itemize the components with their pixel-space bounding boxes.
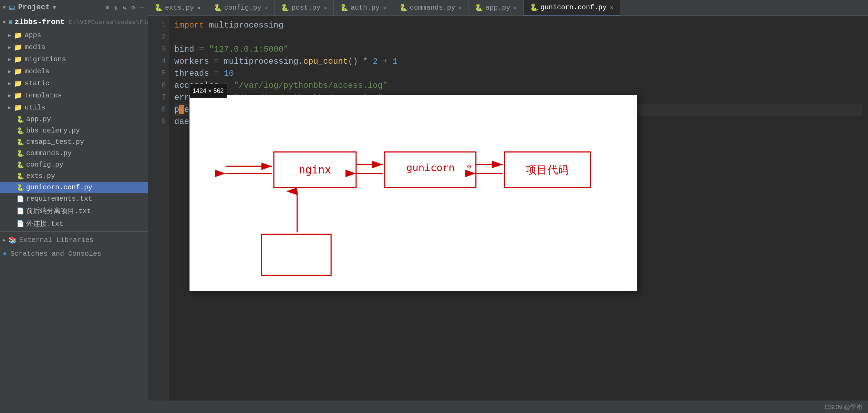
sidebar-item-templates[interactable]: 📁 templates: [0, 89, 148, 102]
token-1: 1: [393, 55, 397, 67]
sidebar-item-app-py[interactable]: 🐍 app.py: [0, 114, 148, 125]
models-chevron-icon: [8, 68, 11, 74]
sidebar-item-static[interactable]: 📁 static: [0, 77, 148, 89]
media-chevron-icon: [8, 44, 11, 50]
config-tab-icon: 🐍: [214, 3, 222, 12]
exts-icon: 🐍: [17, 172, 24, 180]
sidebar-item-apps[interactable]: 📁 apps: [0, 29, 148, 41]
sidebar-item-media[interactable]: 📁 media: [0, 41, 148, 53]
root-folder-icon: ■: [8, 18, 12, 26]
sidebar-item-requirements[interactable]: 📄 requirements.txt: [0, 193, 148, 204]
sidebar-item-cmsapi-test[interactable]: 🐍 cmsapi_test.py: [0, 136, 148, 148]
tree-separator-1: [0, 231, 148, 232]
sidebar-item-label-models: models: [24, 67, 49, 75]
app-tab-close-button[interactable]: ✕: [514, 4, 517, 11]
sidebar-item-utils[interactable]: 📁 utils: [0, 102, 148, 114]
sidebar-item-label-bbs-celery: bbs_celery.py: [26, 127, 80, 135]
media-folder-icon: 📁: [14, 43, 22, 52]
folder-icon: 🗂: [8, 3, 16, 12]
sidebar-item-models[interactable]: 📁 models: [0, 65, 148, 77]
config-tab-close-button[interactable]: ✕: [265, 4, 268, 11]
settings-button[interactable]: ⚙: [130, 3, 136, 12]
auth-tab-icon: 🐍: [340, 3, 349, 12]
code-line-3: bind = "127.0.0.1:5000": [174, 43, 862, 55]
project-code-label: 项目代码: [526, 164, 569, 176]
token-bind: bind: [174, 43, 194, 55]
post-tab-close-button[interactable]: ✕: [324, 4, 327, 11]
sidebar-item-external-libraries[interactable]: 📚 External Libraries: [0, 233, 148, 247]
tab-commands-py[interactable]: 🐍 commands.py ✕: [393, 0, 469, 16]
line-numbers: 1 2 3 4 5 6 7 8 9: [148, 16, 169, 401]
static-chevron-icon: [8, 81, 11, 86]
popup-size-label: 1424 × 562: [190, 84, 227, 98]
app-tab-icon: 🐍: [475, 3, 483, 12]
token-preload: p: [174, 104, 179, 116]
root-chevron-icon: [3, 20, 6, 25]
commands-tab-label: commands.py: [410, 4, 455, 12]
tab-config-py[interactable]: 🐍 config.py ✕: [207, 0, 275, 16]
project-root[interactable]: ■ zlbbs-front E:\VIPCourse\codes\Flas: [0, 15, 148, 29]
exts-tab-label: exts.py: [165, 4, 194, 12]
sidebar-item-frontend-txt[interactable]: 📄 前后端分离项目.txt: [0, 204, 148, 217]
sidebar-item-commands[interactable]: 🐍 commands.py: [0, 148, 148, 159]
sidebar-item-config[interactable]: 🐍 config.py: [0, 159, 148, 170]
sidebar-item-migrations[interactable]: 📁 migrations: [0, 53, 148, 65]
app-py-icon: 🐍: [17, 116, 24, 123]
close-sidebar-button[interactable]: —: [138, 3, 145, 12]
commands-icon: 🐍: [17, 150, 24, 157]
commands-tab-close-button[interactable]: ✕: [459, 4, 462, 11]
sidebar-item-exts[interactable]: 🐍 exts.py: [0, 170, 148, 182]
sidebar-item-label-external-link: 外连接.txt: [26, 219, 63, 228]
sidebar-item-label-scratches: Scratches and Consoles: [10, 250, 101, 258]
token-threads: threads: [174, 67, 209, 80]
tab-gunicorn-conf-py[interactable]: 🐍 gunicorn.conf.py ✕: [524, 0, 620, 16]
line-num-6: 6: [148, 80, 166, 92]
gunicorn-tab-label: gunicorn.conf.py: [540, 3, 607, 11]
token-10: 10: [224, 67, 234, 80]
sidebar-item-label-app-py: app.py: [26, 115, 51, 123]
sidebar-item-label-migrations: migrations: [24, 55, 66, 63]
gunicorn-icon: 🐍: [17, 184, 24, 191]
token-eq2: =: [209, 55, 224, 67]
migrations-chevron-icon: [8, 56, 11, 62]
auth-tab-close-button[interactable]: ✕: [383, 4, 386, 11]
project-dropdown-icon[interactable]: ▼: [53, 4, 56, 11]
sidebar-item-bbs-celery[interactable]: 🐍 bbs_celery.py: [0, 125, 148, 136]
sidebar-item-external-link[interactable]: 📄 外连接.txt: [0, 217, 148, 230]
tab-app-py[interactable]: 🐍 app.py ✕: [468, 0, 524, 16]
main-area: 🐍 exts.py ✕ 🐍 config.py ✕ 🐍 post.py ✕ 🐍 …: [148, 0, 868, 413]
sidebar-item-scratches[interactable]: ● Scratches and Consoles: [0, 247, 148, 261]
line-num-9: 9: [148, 116, 166, 128]
diagram-popup[interactable]: 1424 × 562: [189, 95, 637, 291]
code-editor[interactable]: import multiprocessing bind = "127.0.0.1…: [169, 16, 868, 401]
expand-all-button[interactable]: ⇅: [113, 3, 120, 12]
sidebar-item-label-media: media: [24, 43, 45, 51]
token-eq3: =: [209, 67, 224, 80]
gunicorn-tab-close-button[interactable]: ✕: [610, 4, 613, 11]
sidebar-item-label-exts: exts.py: [26, 172, 55, 180]
line-num-1: 1: [148, 19, 166, 31]
exts-tab-close-button[interactable]: ✕: [197, 4, 201, 11]
add-file-button[interactable]: ⊕: [104, 3, 111, 12]
token-cpu-count: cpu_count: [303, 55, 348, 67]
sidebar-item-label-requirements: requirements.txt: [26, 195, 92, 203]
tab-post-py[interactable]: 🐍 post.py ✕: [275, 0, 334, 16]
collapse-all-button[interactable]: ⇆: [122, 3, 128, 12]
static-folder-icon: 📁: [14, 79, 22, 88]
sidebar-item-gunicorn[interactable]: 🐍 gunicorn.conf.py: [0, 182, 148, 193]
tab-exts-py[interactable]: 🐍 exts.py ✕: [148, 0, 207, 16]
tab-auth-py[interactable]: 🐍 auth.py ✕: [334, 0, 393, 16]
editor-area: 1 2 3 4 5 6 7 8 9 import multiprocessing…: [148, 16, 868, 401]
token-multiprocessing: multiprocessing: [204, 19, 283, 31]
token-eq1: =: [194, 43, 209, 55]
bbs-celery-icon: 🐍: [17, 127, 24, 135]
client-box: [261, 234, 331, 275]
sidebar-item-label-frontend-txt: 前后端分离项目.txt: [26, 206, 91, 215]
sidebar-item-label-static: static: [24, 80, 49, 87]
nginx-label: nginx: [299, 163, 331, 176]
sidebar-item-label-apps: apps: [24, 31, 41, 39]
token-plus: +: [378, 55, 393, 67]
code-line-6: accesslog = "/var/log/pythonbbs/access.l…: [174, 80, 862, 92]
code-line-2: [174, 31, 862, 43]
diagram-bg: [190, 97, 637, 290]
